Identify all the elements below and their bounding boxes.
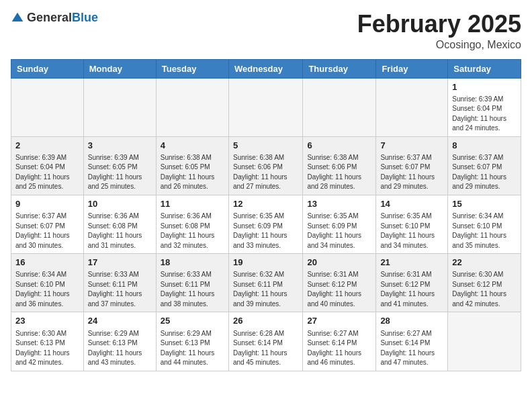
day-info: Sunrise: 6:29 AM Sunset: 6:13 PM Dayligh… bbox=[161, 329, 224, 368]
day-info: Sunrise: 6:39 AM Sunset: 6:04 PM Dayligh… bbox=[15, 153, 79, 192]
day-info: Sunrise: 6:38 AM Sunset: 6:06 PM Dayligh… bbox=[233, 153, 298, 192]
calendar-cell: 24Sunrise: 6:29 AM Sunset: 6:13 PM Dayli… bbox=[83, 312, 156, 371]
calendar-cell bbox=[156, 78, 228, 136]
col-header-monday: Monday bbox=[83, 59, 156, 78]
day-info: Sunrise: 6:38 AM Sunset: 6:05 PM Dayligh… bbox=[161, 153, 224, 192]
calendar-cell: 20Sunrise: 6:31 AM Sunset: 6:12 PM Dayli… bbox=[303, 254, 376, 312]
calendar-cell: 18Sunrise: 6:33 AM Sunset: 6:11 PM Dayli… bbox=[156, 254, 228, 312]
day-info: Sunrise: 6:37 AM Sunset: 6:07 PM Dayligh… bbox=[452, 153, 517, 192]
calendar-cell: 21Sunrise: 6:31 AM Sunset: 6:12 PM Dayli… bbox=[376, 254, 448, 312]
logo-text-blue: Blue bbox=[72, 11, 98, 24]
calendar-cell: 7Sunrise: 6:37 AM Sunset: 6:07 PM Daylig… bbox=[376, 136, 448, 195]
day-number: 6 bbox=[307, 140, 371, 152]
day-number: 3 bbox=[88, 140, 152, 152]
day-number: 9 bbox=[15, 198, 79, 210]
calendar-cell: 11Sunrise: 6:36 AM Sunset: 6:08 PM Dayli… bbox=[156, 195, 228, 253]
calendar-header-row: SundayMondayTuesdayWednesdayThursdayFrid… bbox=[11, 59, 521, 78]
day-number: 8 bbox=[452, 140, 517, 152]
day-number: 5 bbox=[233, 140, 298, 152]
day-number: 16 bbox=[15, 257, 79, 269]
day-number: 15 bbox=[452, 198, 517, 210]
calendar-cell: 8Sunrise: 6:37 AM Sunset: 6:07 PM Daylig… bbox=[448, 136, 521, 195]
day-number: 10 bbox=[88, 198, 152, 210]
day-info: Sunrise: 6:30 AM Sunset: 6:12 PM Dayligh… bbox=[452, 270, 517, 309]
calendar-cell: 10Sunrise: 6:36 AM Sunset: 6:08 PM Dayli… bbox=[83, 195, 156, 253]
page-header: GeneralBlue February 2025 Ocosingo, Mexi… bbox=[11, 11, 521, 51]
calendar-week-row: 16Sunrise: 6:34 AM Sunset: 6:10 PM Dayli… bbox=[11, 254, 521, 312]
col-header-thursday: Thursday bbox=[303, 59, 376, 78]
calendar-cell bbox=[376, 78, 448, 136]
calendar-cell bbox=[83, 78, 156, 136]
calendar-week-row: 1Sunrise: 6:39 AM Sunset: 6:04 PM Daylig… bbox=[11, 78, 521, 136]
logo-wordmark: GeneralBlue bbox=[27, 11, 98, 25]
day-number: 25 bbox=[161, 315, 224, 327]
day-info: Sunrise: 6:36 AM Sunset: 6:08 PM Dayligh… bbox=[88, 212, 152, 250]
day-info: Sunrise: 6:29 AM Sunset: 6:13 PM Dayligh… bbox=[88, 329, 152, 368]
day-number: 13 bbox=[307, 198, 371, 210]
day-info: Sunrise: 6:31 AM Sunset: 6:12 PM Dayligh… bbox=[307, 270, 371, 309]
col-header-tuesday: Tuesday bbox=[156, 59, 228, 78]
day-number: 28 bbox=[380, 315, 443, 327]
day-number: 12 bbox=[233, 198, 298, 210]
calendar-cell bbox=[303, 78, 376, 136]
day-info: Sunrise: 6:37 AM Sunset: 6:07 PM Dayligh… bbox=[15, 212, 79, 250]
calendar-cell: 16Sunrise: 6:34 AM Sunset: 6:10 PM Dayli… bbox=[11, 254, 84, 312]
calendar-cell: 5Sunrise: 6:38 AM Sunset: 6:06 PM Daylig… bbox=[228, 136, 302, 195]
day-info: Sunrise: 6:28 AM Sunset: 6:14 PM Dayligh… bbox=[233, 329, 298, 368]
col-header-saturday: Saturday bbox=[448, 59, 521, 78]
calendar-cell: 27Sunrise: 6:27 AM Sunset: 6:14 PM Dayli… bbox=[303, 312, 376, 371]
day-number: 17 bbox=[88, 257, 152, 269]
col-header-wednesday: Wednesday bbox=[228, 59, 302, 78]
title-block: February 2025 Ocosingo, Mexico bbox=[357, 11, 521, 51]
col-header-friday: Friday bbox=[376, 59, 448, 78]
calendar-cell: 12Sunrise: 6:35 AM Sunset: 6:09 PM Dayli… bbox=[228, 195, 302, 253]
calendar-cell: 28Sunrise: 6:27 AM Sunset: 6:14 PM Dayli… bbox=[376, 312, 448, 371]
day-info: Sunrise: 6:37 AM Sunset: 6:07 PM Dayligh… bbox=[380, 153, 443, 192]
day-info: Sunrise: 6:27 AM Sunset: 6:14 PM Dayligh… bbox=[380, 329, 443, 368]
calendar-cell: 23Sunrise: 6:30 AM Sunset: 6:13 PM Dayli… bbox=[11, 312, 84, 371]
calendar-cell: 3Sunrise: 6:39 AM Sunset: 6:05 PM Daylig… bbox=[83, 136, 156, 195]
day-number: 1 bbox=[452, 81, 517, 93]
day-info: Sunrise: 6:33 AM Sunset: 6:11 PM Dayligh… bbox=[161, 270, 224, 309]
calendar-cell: 25Sunrise: 6:29 AM Sunset: 6:13 PM Dayli… bbox=[156, 312, 228, 371]
day-info: Sunrise: 6:27 AM Sunset: 6:14 PM Dayligh… bbox=[307, 329, 371, 368]
day-number: 26 bbox=[233, 315, 298, 327]
day-info: Sunrise: 6:34 AM Sunset: 6:10 PM Dayligh… bbox=[452, 212, 517, 250]
calendar-cell: 26Sunrise: 6:28 AM Sunset: 6:14 PM Dayli… bbox=[228, 312, 302, 371]
day-info: Sunrise: 6:35 AM Sunset: 6:09 PM Dayligh… bbox=[233, 212, 298, 250]
day-number: 24 bbox=[88, 315, 152, 327]
calendar-cell: 9Sunrise: 6:37 AM Sunset: 6:07 PM Daylig… bbox=[11, 195, 84, 253]
day-info: Sunrise: 6:32 AM Sunset: 6:11 PM Dayligh… bbox=[233, 270, 298, 309]
day-info: Sunrise: 6:38 AM Sunset: 6:06 PM Dayligh… bbox=[307, 153, 371, 192]
calendar-cell: 2Sunrise: 6:39 AM Sunset: 6:04 PM Daylig… bbox=[11, 136, 84, 195]
calendar-cell bbox=[448, 312, 521, 371]
calendar-cell: 19Sunrise: 6:32 AM Sunset: 6:11 PM Dayli… bbox=[228, 254, 302, 312]
logo-text-general: General bbox=[27, 11, 72, 24]
calendar-cell: 6Sunrise: 6:38 AM Sunset: 6:06 PM Daylig… bbox=[303, 136, 376, 195]
day-info: Sunrise: 6:35 AM Sunset: 6:10 PM Dayligh… bbox=[380, 212, 443, 250]
day-info: Sunrise: 6:39 AM Sunset: 6:04 PM Dayligh… bbox=[452, 95, 517, 134]
day-info: Sunrise: 6:30 AM Sunset: 6:13 PM Dayligh… bbox=[15, 329, 79, 368]
day-number: 7 bbox=[380, 140, 443, 152]
calendar-cell: 1Sunrise: 6:39 AM Sunset: 6:04 PM Daylig… bbox=[448, 78, 521, 136]
day-info: Sunrise: 6:35 AM Sunset: 6:09 PM Dayligh… bbox=[307, 212, 371, 250]
day-number: 27 bbox=[307, 315, 371, 327]
day-number: 18 bbox=[161, 257, 224, 269]
location-subtitle: Ocosingo, Mexico bbox=[357, 39, 521, 51]
calendar-week-row: 2Sunrise: 6:39 AM Sunset: 6:04 PM Daylig… bbox=[11, 136, 521, 195]
calendar-cell bbox=[11, 78, 84, 136]
day-number: 14 bbox=[380, 198, 443, 210]
day-info: Sunrise: 6:36 AM Sunset: 6:08 PM Dayligh… bbox=[161, 212, 224, 250]
day-number: 4 bbox=[161, 140, 224, 152]
day-number: 21 bbox=[380, 257, 443, 269]
day-number: 20 bbox=[307, 257, 371, 269]
svg-marker-0 bbox=[12, 12, 24, 21]
logo: GeneralBlue bbox=[11, 11, 98, 25]
logo-icon bbox=[11, 11, 24, 25]
day-number: 23 bbox=[15, 315, 79, 327]
calendar-cell: 4Sunrise: 6:38 AM Sunset: 6:05 PM Daylig… bbox=[156, 136, 228, 195]
day-info: Sunrise: 6:31 AM Sunset: 6:12 PM Dayligh… bbox=[380, 270, 443, 309]
calendar-cell: 17Sunrise: 6:33 AM Sunset: 6:11 PM Dayli… bbox=[83, 254, 156, 312]
calendar-week-row: 9Sunrise: 6:37 AM Sunset: 6:07 PM Daylig… bbox=[11, 195, 521, 253]
day-info: Sunrise: 6:34 AM Sunset: 6:10 PM Dayligh… bbox=[15, 270, 79, 309]
